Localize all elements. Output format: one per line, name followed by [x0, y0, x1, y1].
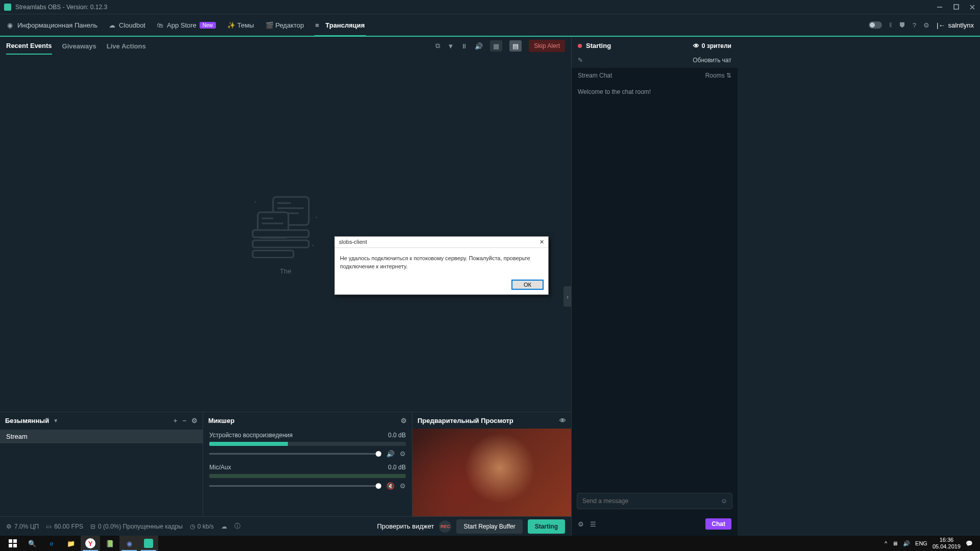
dialog-ok-button[interactable]: ОК	[512, 280, 543, 289]
popout-icon[interactable]: ⧉	[435, 42, 440, 50]
nav-label: Редактор	[276, 21, 304, 29]
chat-title: Stream Chat	[578, 72, 612, 79]
emoji-icon[interactable]: ☺	[721, 497, 727, 505]
taskbar-discord[interactable]: ◉	[119, 536, 139, 551]
remove-scene-icon[interactable]: −	[182, 417, 186, 424]
new-badge: New	[200, 22, 216, 29]
chat-settings-icon[interactable]: ⚙	[578, 520, 584, 528]
tray-notifications-icon[interactable]: 💬	[966, 540, 973, 547]
edit-icon[interactable]: ✎	[578, 57, 583, 64]
nav-cloudbot[interactable]: ☁ Cloudbot	[108, 19, 146, 31]
info-icon[interactable]: ⓘ	[234, 522, 240, 531]
mute-icon[interactable]: 🔇	[386, 482, 395, 490]
tab-live-actions[interactable]: Live Actions	[107, 38, 146, 54]
list-view-button[interactable]: ▤	[509, 40, 522, 52]
dropped-stat: 0 (0.0%) Пропущенные кадры	[98, 523, 183, 530]
chat-send-button[interactable]: Chat	[705, 518, 731, 530]
broadcast-icon: ≡	[315, 21, 323, 29]
record-button[interactable]: REC	[439, 520, 451, 533]
gear-icon[interactable]: ⚙	[400, 450, 406, 458]
chat-welcome: Welcome to the chat room!	[578, 88, 731, 95]
error-dialog: slobs-client ✕ Не удалось подключиться к…	[334, 236, 549, 295]
titlebar: Streamlabs OBS - Version: 0.12.3	[0, 0, 980, 14]
svg-rect-12	[253, 240, 309, 247]
tab-recent-events[interactable]: Recent Events	[6, 38, 52, 55]
users-icon[interactable]: ☰	[590, 520, 596, 528]
mode-toggle[interactable]	[869, 21, 882, 29]
mixer-device-label: Устройство воспроизведения	[209, 432, 292, 439]
grid-view-button[interactable]: ▦	[490, 40, 502, 52]
tab-giveaways[interactable]: Giveaways	[62, 38, 96, 54]
user-menu[interactable]: |← salntlynx	[937, 21, 974, 29]
bag-icon: 🛍	[157, 21, 164, 29]
search-button[interactable]: 🔍	[22, 536, 42, 551]
volume-icon[interactable]: 🔊	[475, 42, 483, 50]
window-title: Streamlabs OBS - Version: 0.12.3	[15, 4, 936, 11]
help-icon[interactable]: ?	[913, 21, 916, 29]
taskbar-app[interactable]: 📗	[100, 536, 119, 551]
svg-rect-1	[954, 5, 959, 9]
tray-expand-icon[interactable]: ^	[885, 540, 887, 546]
nav-appstore[interactable]: 🛍 App Store New	[156, 19, 217, 31]
nav-live[interactable]: ≡ Трансляция	[314, 15, 366, 36]
scenes-title: Безымянный	[5, 417, 49, 424]
nav-themes[interactable]: ✨ Темы	[226, 19, 255, 31]
settings-icon[interactable]: ⚙	[923, 21, 929, 29]
shield-icon[interactable]: ⛊	[899, 21, 905, 29]
tray-network-icon[interactable]: 🖥	[892, 540, 898, 546]
scene-settings-icon[interactable]: ⚙	[191, 417, 198, 424]
chevron-down-icon[interactable]: ▼	[53, 418, 58, 423]
svg-rect-17	[9, 539, 12, 543]
cloud-icon[interactable]: ☁	[221, 523, 227, 530]
tray-volume-icon[interactable]: 🔊	[903, 540, 910, 547]
filter-icon[interactable]: ▼	[447, 42, 454, 50]
refresh-chat-link[interactable]: Обновить чат	[693, 57, 731, 64]
preview-title: Предварительный Просмотр	[418, 417, 513, 424]
add-scene-icon[interactable]: +	[174, 417, 178, 424]
close-button[interactable]	[969, 4, 976, 11]
speaker-icon[interactable]: 🔊	[386, 450, 395, 458]
svg-point-14	[315, 217, 317, 218]
scene-item[interactable]: Stream	[0, 430, 203, 443]
chat-messages: Welcome to the chat room!	[572, 83, 738, 488]
svg-rect-20	[13, 544, 17, 547]
svg-point-15	[254, 202, 256, 203]
collapse-chat-icon[interactable]: ›	[564, 286, 572, 307]
gear-icon[interactable]: ⚙	[400, 482, 406, 490]
logout-icon: |←	[937, 21, 945, 29]
tray-language[interactable]: ENG	[915, 540, 927, 546]
start-button[interactable]	[3, 536, 22, 551]
test-widget-link[interactable]: Проверить виджет	[377, 522, 434, 530]
dialog-close-icon[interactable]: ✕	[540, 239, 544, 245]
svg-rect-19	[9, 544, 12, 547]
nav-dashboard[interactable]: ◉ Информационная Панель	[6, 19, 99, 31]
nav-label: App Store	[167, 21, 197, 29]
pause-icon[interactable]: ⏸	[461, 42, 468, 50]
minimize-button[interactable]	[936, 4, 943, 11]
svg-rect-11	[253, 230, 309, 237]
replay-buffer-button[interactable]: Start Replay Buffer	[456, 519, 522, 534]
cpu-stat: 7.0% ЦП	[14, 523, 39, 530]
volume-slider[interactable]	[209, 453, 381, 455]
dialog-title: slobs-client	[339, 239, 367, 245]
skip-alert-button[interactable]: Skip Alert	[529, 40, 565, 52]
maximize-button[interactable]	[952, 4, 960, 11]
metrics-icon[interactable]: ⦀	[889, 21, 892, 29]
empty-text: The	[248, 267, 324, 275]
cpu-icon: ⚙	[6, 523, 12, 530]
taskbar-slobs[interactable]	[139, 536, 158, 551]
taskbar-edge[interactable]: e	[42, 536, 61, 551]
mixer-settings-icon[interactable]: ⚙	[401, 417, 407, 424]
audio-meter	[209, 442, 406, 446]
nav-editor[interactable]: 🎬 Редактор	[264, 19, 305, 31]
visibility-icon[interactable]: 👁	[559, 417, 566, 424]
rooms-dropdown[interactable]: Rooms ⇅	[705, 72, 731, 79]
taskbar-yandex[interactable]: Y	[81, 536, 100, 551]
tray-clock[interactable]: 16:36 05.04.2019	[933, 537, 961, 550]
tray-time: 16:36	[933, 537, 961, 543]
taskbar-explorer[interactable]: 📁	[61, 536, 81, 551]
go-live-button[interactable]: Starting	[528, 519, 565, 534]
audio-meter	[209, 474, 406, 478]
chat-input[interactable]	[577, 493, 732, 509]
volume-slider[interactable]	[209, 485, 381, 487]
